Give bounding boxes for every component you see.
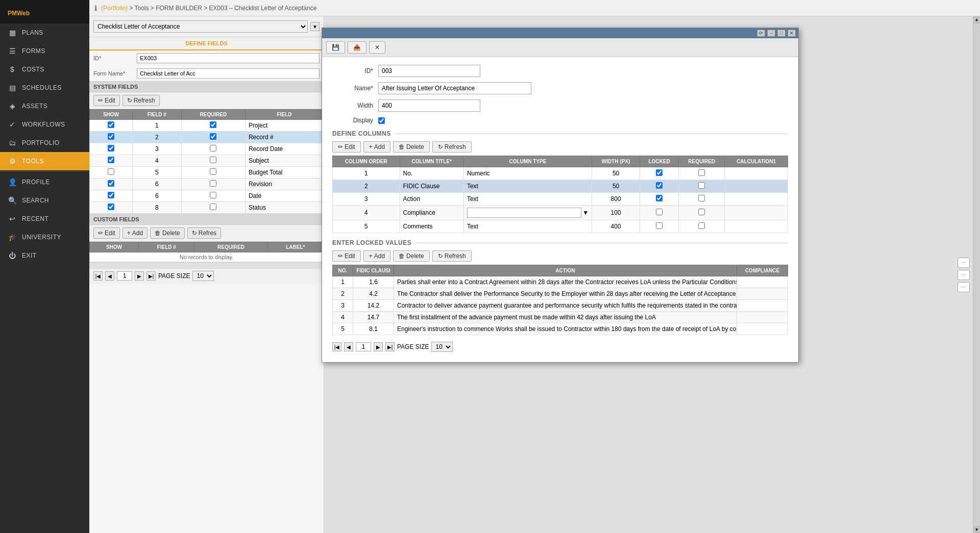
show-checkbox[interactable] <box>108 180 114 187</box>
show-checkbox[interactable] <box>108 204 114 210</box>
portfolio-link[interactable]: (Portfolio) <box>101 5 128 12</box>
table-row[interactable]: 3 Action Text 800 <box>333 193 788 206</box>
table-row[interactable]: 3 14.2 Contractor to deliver advance pay… <box>333 300 788 312</box>
table-row[interactable]: 8 Status <box>90 202 324 214</box>
minimize-button[interactable]: − <box>767 30 775 37</box>
locked-page-input[interactable] <box>356 342 371 351</box>
show-checkbox[interactable] <box>108 168 114 175</box>
table-row[interactable]: 5 Comments Text 400 <box>333 220 788 233</box>
modal-name-input[interactable] <box>378 82 531 94</box>
sidebar-item-recent[interactable]: ↩ Recent <box>0 210 89 228</box>
custom-edit-button[interactable]: ✏ Edit <box>93 227 120 239</box>
required-checkbox[interactable] <box>210 157 216 163</box>
sidebar-item-portfolio[interactable]: 🗂 Portfolio <box>0 134 89 152</box>
table-row[interactable]: 6 Date <box>90 190 324 202</box>
required-checkbox[interactable] <box>210 133 216 140</box>
right-scrollbar[interactable]: ▲ ▼ <box>973 16 980 533</box>
locked-refresh-button[interactable]: ↻ Refresh <box>432 250 472 262</box>
required-checkbox[interactable] <box>698 195 705 201</box>
show-checkbox[interactable] <box>108 157 114 163</box>
horizontal-scrollbar[interactable] <box>89 262 324 268</box>
sidebar-item-tools[interactable]: ⚙ Tools <box>0 152 89 170</box>
table-row[interactable]: 2 Record # <box>90 132 324 143</box>
custom-refresh-button[interactable]: ↻ Refres <box>187 227 221 239</box>
form-selector-dropdown-btn[interactable]: ▼ <box>310 22 320 31</box>
col-delete-button[interactable]: 🗑 Delete <box>393 141 430 153</box>
next-page-button[interactable]: ▶ <box>135 271 144 281</box>
last-page-button[interactable]: ▶| <box>146 271 156 281</box>
sidebar-item-schedules[interactable]: ▤ Schedules <box>0 79 89 97</box>
table-row[interactable]: 5 8.1 Engineer's instruction to commence… <box>333 323 788 335</box>
locked-delete-button[interactable]: 🗑 Delete <box>393 250 430 262</box>
modal-display-checkbox[interactable] <box>378 117 385 124</box>
required-checkbox[interactable] <box>210 204 216 210</box>
locked-add-button[interactable]: + Add <box>363 250 390 262</box>
locked-checkbox[interactable] <box>656 169 663 176</box>
table-row[interactable]: 1 Project <box>90 120 324 132</box>
system-refresh-button[interactable]: ↻ Refresh <box>122 95 160 106</box>
dot-menu-btn-3[interactable]: ··· <box>958 282 970 292</box>
required-checkbox[interactable] <box>210 145 216 151</box>
required-checkbox[interactable] <box>210 180 216 187</box>
locked-first-page[interactable]: |◀ <box>332 342 341 351</box>
locked-checkbox[interactable] <box>656 195 663 201</box>
show-checkbox[interactable] <box>108 145 114 151</box>
required-checkbox[interactable] <box>698 182 705 189</box>
save-button[interactable]: 💾 <box>326 41 345 54</box>
sidebar-item-costs[interactable]: $ Costs <box>0 60 89 79</box>
locked-page-size-select[interactable]: 10 25 50 <box>431 342 453 352</box>
custom-delete-button[interactable]: 🗑 Delete <box>150 227 185 239</box>
modal-width-input[interactable] <box>378 99 480 112</box>
locked-prev-page[interactable]: ◀ <box>344 342 353 351</box>
sidebar-item-university[interactable]: 🎓 University <box>0 228 89 246</box>
close-titlebar-button[interactable]: ✕ <box>788 30 796 37</box>
type-input[interactable] <box>467 208 581 218</box>
col-edit-button[interactable]: ✏ Edit <box>332 141 361 153</box>
required-checkbox[interactable] <box>698 169 705 176</box>
locked-edit-button[interactable]: ✏ Edit <box>332 250 361 262</box>
sidebar-item-forms[interactable]: ☰ Forms <box>0 42 89 60</box>
dot-menu-btn-1[interactable]: ··· <box>958 258 970 268</box>
custom-add-button[interactable]: + Add <box>122 227 148 239</box>
table-row[interactable]: 4 Compliance ▼ 100 <box>333 206 788 220</box>
table-row[interactable]: 2 FIDIC Clause Text 50 <box>333 180 788 193</box>
first-page-button[interactable]: |◀ <box>93 271 103 281</box>
show-checkbox[interactable] <box>108 133 114 140</box>
close-modal-button[interactable]: ✕ <box>369 41 385 54</box>
locked-checkbox[interactable] <box>656 222 663 229</box>
maximize-button[interactable]: □ <box>777 30 786 37</box>
locked-next-page[interactable]: ▶ <box>374 342 383 351</box>
sidebar-item-workflows[interactable]: ✓ Workflows <box>0 115 89 134</box>
sidebar-item-profile[interactable]: 👤 Profile <box>0 173 89 191</box>
table-row[interactable]: 1 No. Numeric 50 <box>333 167 788 180</box>
dropdown-arrow-icon[interactable]: ▼ <box>582 209 589 216</box>
table-row[interactable]: 2 4.2 The Contractor shall deliver the P… <box>333 288 788 300</box>
required-checkbox[interactable] <box>210 168 216 175</box>
required-checkbox[interactable] <box>210 192 216 198</box>
restore-button[interactable]: ⟳ <box>757 30 765 37</box>
page-number-input[interactable] <box>117 271 132 281</box>
sidebar-item-exit[interactable]: ⏻ Exit <box>0 246 89 265</box>
sidebar-item-assets[interactable]: ◈ Assets <box>0 97 89 115</box>
col-add-button[interactable]: + Add <box>363 141 390 153</box>
show-checkbox[interactable] <box>108 192 114 198</box>
table-row[interactable]: 1 1.6 Parties shall enter into a Contrac… <box>333 276 788 288</box>
required-checkbox[interactable] <box>698 209 705 215</box>
col-refresh-button[interactable]: ↻ Refresh <box>432 141 472 153</box>
form-selector-dropdown[interactable]: Checklist Letter of Acceptance <box>93 20 308 33</box>
sidebar-item-search[interactable]: 🔍 Search <box>0 191 89 210</box>
sidebar-item-plans[interactable]: ▦ Plans <box>0 23 89 42</box>
scroll-up-btn[interactable]: ▲ <box>973 16 980 23</box>
table-row[interactable]: 5 Budget Total <box>90 167 324 179</box>
prev-page-button[interactable]: ◀ <box>105 271 114 281</box>
required-checkbox[interactable] <box>210 121 216 128</box>
table-row[interactable]: 4 Subject <box>90 155 324 167</box>
scroll-down-btn[interactable]: ▼ <box>973 526 980 533</box>
show-checkbox[interactable] <box>108 121 114 128</box>
table-row[interactable]: 6 Revision <box>90 179 324 190</box>
table-row[interactable]: 3 Record Date <box>90 143 324 155</box>
locked-checkbox[interactable] <box>656 209 663 215</box>
locked-last-page[interactable]: ▶| <box>385 342 395 351</box>
dot-menu-btn-2[interactable]: ··· <box>958 270 970 280</box>
export-button[interactable]: 📤 <box>348 41 366 54</box>
